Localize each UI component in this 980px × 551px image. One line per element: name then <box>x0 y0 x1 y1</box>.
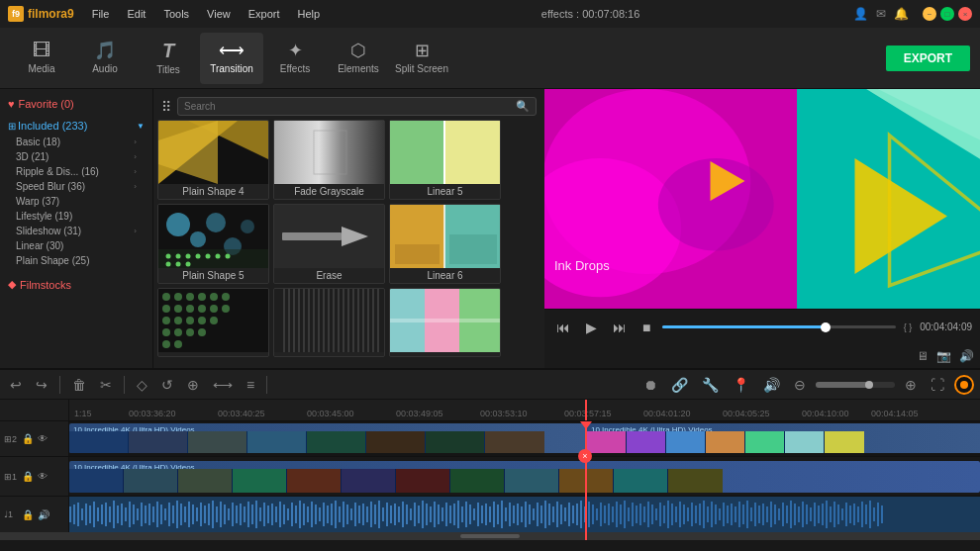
menu-tools[interactable]: Tools <box>155 5 197 23</box>
svg-rect-282 <box>814 503 816 526</box>
sidebar-warp[interactable]: Warp (37) <box>0 194 152 209</box>
track-1-clip[interactable]: 10 Incredible 4K (Ultra HD) Videos <box>69 461 980 493</box>
transition-plain-shape-5[interactable]: Plain Shape 5 <box>157 204 269 284</box>
mail-icon[interactable]: ✉ <box>876 7 886 21</box>
plain-shape-4-thumb <box>158 121 269 184</box>
svg-rect-210 <box>529 505 531 524</box>
svg-rect-15 <box>158 249 269 268</box>
minus-zoom[interactable]: ⊖ <box>790 375 810 395</box>
toolbar-split-screen[interactable]: ⊞ Split Screen <box>390 33 453 84</box>
marker-button[interactable]: 📍 <box>729 375 753 395</box>
svg-rect-185 <box>430 506 432 522</box>
maximize-button[interactable]: □ <box>940 7 954 21</box>
menu-help[interactable]: Help <box>290 5 329 23</box>
snap-button[interactable]: 🔧 <box>698 375 723 395</box>
export-button[interactable]: EXPORT <box>886 46 970 71</box>
audio-track-volume[interactable]: 🔊 <box>38 509 49 520</box>
menu-export[interactable]: Export <box>241 5 288 23</box>
sidebar-linear[interactable]: Linear (30) <box>0 238 152 253</box>
volume-adj[interactable]: 🔊 <box>759 375 784 395</box>
transition-row3a[interactable] <box>157 288 269 357</box>
menu-view[interactable]: View <box>199 5 239 23</box>
ruler-mark-10: 00:04:10:00 <box>802 409 849 418</box>
grid-view-icon[interactable]: ⠿ <box>161 99 171 115</box>
track-1-thumbs <box>69 469 980 493</box>
svg-point-17 <box>176 254 181 259</box>
transition-plain-shape-4[interactable]: Plain Shape 4 <box>157 120 269 200</box>
toolbar-titles[interactable]: T Titles <box>137 33 200 84</box>
rotate-button[interactable]: ↺ <box>157 375 177 395</box>
audio-detach[interactable]: 🔗 <box>667 375 692 395</box>
sidebar-ripple[interactable]: Ripple & Dis... (16) › <box>0 164 152 179</box>
sidebar-included[interactable]: ⊞ Included (233) ▼ <box>0 117 152 135</box>
titles-icon: T <box>162 41 174 60</box>
svg-rect-161 <box>335 501 337 528</box>
track-2-clip-left[interactable]: 10 Incredible 4K (Ultra HD) Videos <box>69 423 585 453</box>
transition-fade-grayscale[interactable]: Fade Grayscale <box>273 120 385 200</box>
sidebar-favorite[interactable]: ♥ Favorite (0) <box>0 95 152 113</box>
undo-button[interactable]: ↩ <box>6 375 26 395</box>
zoom-slider[interactable] <box>816 382 895 388</box>
track-1-lock[interactable]: 🔒 <box>22 471 34 482</box>
record-circle[interactable] <box>954 375 974 395</box>
speed-button[interactable]: ⊕ <box>183 375 203 395</box>
search-input[interactable] <box>184 101 512 112</box>
play-button[interactable]: ▶ <box>582 318 601 337</box>
search-box[interactable]: 🔍 <box>177 97 537 116</box>
volume-icon[interactable]: 🔊 <box>959 349 974 363</box>
thumb-r5 <box>745 431 785 453</box>
user-icon[interactable]: 👤 <box>853 7 868 21</box>
fullscreen-tl[interactable]: ⛶ <box>927 375 948 395</box>
transition-erase[interactable]: Erase <box>273 204 385 284</box>
prev-frame-button[interactable]: ⏮ <box>552 318 574 337</box>
transition-linear-6[interactable]: Linear 6 <box>389 204 501 284</box>
camera-icon[interactable]: 📷 <box>936 349 951 363</box>
sidebar-filmstocks[interactable]: ◆ Filmstocks <box>0 274 152 295</box>
svg-rect-138 <box>244 506 245 522</box>
toolbar-media[interactable]: 🎞 Media <box>10 33 73 84</box>
redo-button[interactable]: ↪ <box>32 375 51 395</box>
sidebar-speedblur[interactable]: Speed Blur (36) › <box>0 179 152 194</box>
toolbar-effects[interactable]: ✦ Effects <box>263 33 327 84</box>
close-button[interactable]: × <box>958 7 972 21</box>
sidebar-basic[interactable]: Basic (18) › <box>0 135 152 149</box>
svg-rect-225 <box>588 502 590 527</box>
timeline-scrollbar[interactable] <box>0 532 980 540</box>
plus-zoom[interactable]: ⊕ <box>901 375 921 395</box>
record-button[interactable]: ⏺ <box>639 375 661 395</box>
svg-rect-183 <box>422 501 424 528</box>
stop-button[interactable]: ■ <box>638 318 654 337</box>
sidebar-lifestyle[interactable]: Lifestyle (19) <box>0 209 152 224</box>
audio-track-lock[interactable]: 🔒 <box>22 509 34 520</box>
sidebar-slideshow[interactable]: Slideshow (31) › <box>0 224 152 238</box>
minimize-button[interactable]: − <box>923 7 936 21</box>
toolbar-transition[interactable]: ⟷ Transition <box>200 33 263 84</box>
toolbar-elements[interactable]: ⬡ Elements <box>327 33 390 84</box>
zoom-fit-button[interactable]: ⟷ <box>209 375 237 395</box>
zoom-thumb <box>865 381 873 389</box>
menu-edit[interactable]: Edit <box>119 5 153 23</box>
playback-progress[interactable] <box>662 325 895 328</box>
sidebar-3d[interactable]: 3D (21) › <box>0 149 152 164</box>
transition-row3b[interactable] <box>273 288 385 357</box>
track-2-clip-right[interactable]: 10 Incredible 4K (Ultra HD) Videos <box>587 423 980 453</box>
track-1-eye[interactable]: 👁 <box>38 471 48 482</box>
sidebar-plain-shape[interactable]: Plain Shape (25) <box>0 253 152 268</box>
3d-arrow: › <box>134 152 137 161</box>
track-2-eye[interactable]: 👁 <box>38 433 48 444</box>
cut-button[interactable]: ✂ <box>96 375 116 395</box>
toolbar-audio[interactable]: 🎵 Audio <box>73 33 137 84</box>
svg-rect-284 <box>822 504 824 525</box>
svg-rect-266 <box>750 507 752 521</box>
next-frame-button[interactable]: ⏭ <box>609 318 631 337</box>
crop-button[interactable]: ◇ <box>133 375 151 395</box>
track-2-lock[interactable]: 🔒 <box>22 433 34 444</box>
scroll-thumb <box>460 534 520 538</box>
menu-file[interactable]: File <box>84 5 118 23</box>
more-button[interactable]: ≡ <box>243 375 258 395</box>
transition-linear-5[interactable]: Linear 5 <box>389 120 501 200</box>
monitor-icon[interactable]: 🖥 <box>917 349 929 363</box>
delete-button[interactable]: 🗑 <box>68 375 90 395</box>
transition-row3c[interactable] <box>389 288 501 357</box>
notif-icon[interactable]: 🔔 <box>894 7 909 21</box>
